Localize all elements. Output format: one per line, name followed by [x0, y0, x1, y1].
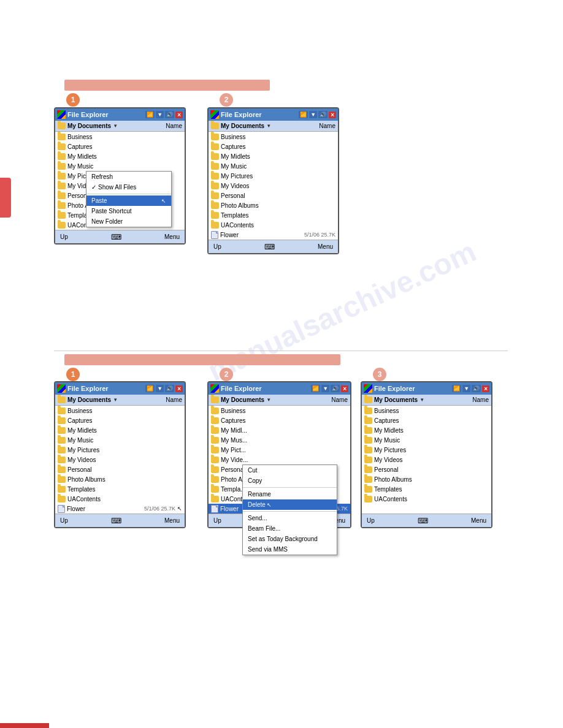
list-item[interactable]: Captures	[209, 142, 338, 151]
ctx-refresh[interactable]: Refresh	[86, 172, 171, 182]
list-item[interactable]: Personal	[209, 191, 338, 200]
list-item[interactable]: Captures	[55, 142, 185, 151]
device-2-section1: File Explorer 📶 ▼ 🔊 × My Documents ▼ Nam…	[207, 107, 339, 254]
list-item[interactable]: Personal	[362, 464, 491, 474]
item-name: My Pictures	[221, 173, 253, 180]
list-item[interactable]: Photo Albums	[209, 200, 338, 210]
ctx-sep1	[243, 487, 337, 488]
keyboard-icon-2[interactable]: ⌨	[264, 243, 275, 251]
menu-btn-s2-1[interactable]: Menu	[164, 517, 180, 524]
list-item[interactable]: My Videos	[55, 455, 185, 464]
list-item[interactable]: My Music	[362, 435, 491, 445]
vol-s2-1: 🔊	[165, 385, 174, 392]
item-name: Business	[67, 134, 93, 140]
list-item[interactable]: UAContents	[55, 494, 185, 504]
list-item[interactable]: My Mus...	[209, 435, 350, 445]
kb-icon-s2-1[interactable]: ⌨	[111, 517, 121, 525]
addr-arrow-2: ▼	[266, 123, 271, 129]
list-item[interactable]: My Vide...	[209, 455, 350, 464]
antenna-icon: ▼	[156, 111, 164, 118]
up-btn-s2-3[interactable]: Up	[367, 517, 375, 524]
list-item[interactable]: My Midlets	[55, 151, 185, 161]
list-item[interactable]: My Videos	[362, 455, 491, 464]
ctx-cut[interactable]: Cut	[243, 465, 337, 476]
titlebar-s2-3: File Explorer 📶 ▼ 🔊 ×	[362, 382, 491, 395]
sort-s2-2: Name	[331, 396, 348, 403]
list-item[interactable]: Templates	[362, 484, 491, 494]
list-item[interactable]: Captures	[55, 415, 185, 425]
list-item[interactable]: My Pictures	[209, 171, 338, 181]
keyboard-icon-1[interactable]: ⌨	[111, 233, 121, 241]
app-title-1: File Explorer	[67, 111, 109, 118]
list-item[interactable]: UAContents	[209, 220, 338, 230]
ctx-delete[interactable]: Delete ↖	[243, 499, 337, 510]
list-item[interactable]: Business	[362, 406, 491, 415]
bottom-red-bar	[0, 723, 49, 728]
ctx-set-bg[interactable]: Set as Today Background	[243, 534, 337, 544]
list-item-flower-s2-1[interactable]: Flower 5/1/06 25.7K ↖	[55, 504, 185, 514]
ctx-rename[interactable]: Rename	[243, 489, 337, 499]
ctx-separator	[86, 194, 171, 194]
close-btn-2[interactable]: ×	[329, 112, 336, 118]
list-item[interactable]: Captures	[209, 415, 350, 425]
menu-btn-s2-3[interactable]: Menu	[471, 517, 486, 524]
list-item[interactable]: Flower 5/1/06 25.7K	[209, 230, 338, 240]
up-btn-s2-1[interactable]: Up	[60, 517, 68, 524]
list-item[interactable]: Templates	[209, 210, 338, 220]
addr-loc-s2-3: My Documents	[374, 396, 418, 403]
ctx-paste[interactable]: Paste ↖	[86, 195, 171, 206]
list-item[interactable]: Business	[209, 406, 350, 415]
ctx-beam[interactable]: Beam File...	[243, 523, 337, 534]
list-item[interactable]: Photo Albums	[55, 474, 185, 484]
ctx-paste-shortcut[interactable]: Paste Shortcut	[86, 206, 171, 216]
close-s2-2[interactable]: ×	[341, 385, 348, 392]
list-item[interactable]: Personal	[55, 464, 185, 474]
list-item[interactable]: Business	[209, 132, 338, 142]
list-item[interactable]: My Midl...	[209, 425, 350, 435]
titlebar-1: File Explorer 📶 ▼ 🔊 ×	[55, 108, 185, 121]
close-s2-1[interactable]: ×	[175, 385, 183, 392]
file-name: Flower	[220, 232, 302, 238]
list-item[interactable]: My Music	[55, 161, 185, 171]
list-item[interactable]: My Pict...	[209, 445, 350, 455]
app-title-s2-3: File Explorer	[374, 385, 415, 392]
list-item[interactable]: My Pictures	[362, 445, 491, 455]
bottom-up-2[interactable]: Up	[213, 243, 221, 250]
bottom-up-1[interactable]: Up	[60, 233, 68, 240]
list-item[interactable]: Captures	[362, 415, 491, 425]
list-item[interactable]: My Videos	[209, 181, 338, 191]
section-divider	[54, 351, 508, 351]
app-title-2: File Explorer	[221, 111, 262, 118]
ctx-new-folder[interactable]: New Folder	[86, 216, 171, 227]
list-item[interactable]: Business	[55, 132, 185, 142]
list-item[interactable]: Templates	[55, 484, 185, 494]
ctx-show-all-files[interactable]: ✓ Show All Files	[86, 182, 171, 192]
list-item[interactable]: Photo Albums	[362, 474, 491, 484]
list-item[interactable]: UAContents	[362, 494, 491, 504]
up-btn-s2-2[interactable]: Up	[213, 517, 221, 524]
bottom-bar-s2-1: Up ⌨ Menu	[55, 514, 185, 527]
list-item[interactable]: My Midlets	[362, 425, 491, 435]
addr-s2-1: My Documents ▼ Name	[55, 395, 185, 406]
bottom-menu-2[interactable]: Menu	[318, 243, 333, 250]
item-name: My Music	[221, 163, 247, 170]
close-s2-3[interactable]: ×	[482, 385, 489, 392]
list-item[interactable]: My Midlets	[55, 425, 185, 435]
list-item[interactable]: My Music	[209, 161, 338, 171]
close-btn-1[interactable]: ×	[175, 112, 183, 118]
kb-icon-s2-3[interactable]: ⌨	[418, 517, 428, 525]
item-name: Templates	[221, 212, 249, 219]
list-item[interactable]: My Pictures	[55, 445, 185, 455]
addr-loc-s2-1: My Documents	[67, 396, 111, 403]
item-name: My Midlets	[221, 153, 250, 160]
win-logo-s2-2	[210, 384, 219, 393]
bottom-menu-1[interactable]: Menu	[164, 233, 180, 240]
ctx-send[interactable]: Send...	[243, 513, 337, 523]
list-item[interactable]: Business	[55, 406, 185, 415]
context-menu-1: Refresh ✓ Show All Files Paste ↖ Paste S…	[86, 171, 172, 227]
list-item[interactable]: My Music	[55, 435, 185, 445]
ctx-copy[interactable]: Copy	[243, 476, 337, 486]
ctx-mms[interactable]: Send via MMS	[243, 544, 337, 555]
list-item[interactable]: My Midlets	[209, 151, 338, 161]
signal-s2-2: 📶	[311, 385, 320, 392]
